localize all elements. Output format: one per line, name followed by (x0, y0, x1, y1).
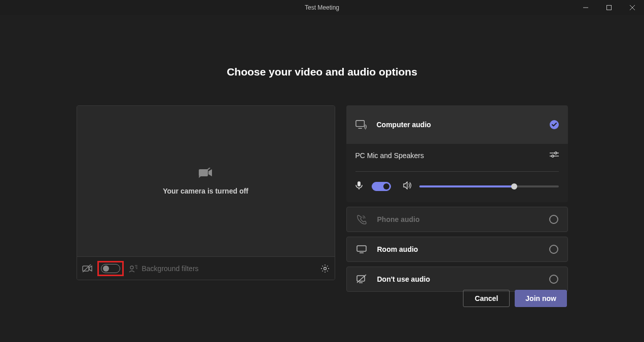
svg-point-15 (555, 152, 557, 154)
camera-off-text: Your camera is turned off (163, 187, 248, 195)
page-heading: Choose your video and audio options (0, 66, 644, 78)
room-audio-icon (356, 245, 367, 254)
svg-rect-1 (607, 6, 612, 10)
camera-toggle[interactable] (101, 264, 120, 273)
background-filters-button[interactable]: Background filters (129, 264, 199, 273)
speaker-icon (403, 181, 412, 192)
video-settings-button[interactable] (320, 264, 330, 273)
window-title: Test Meeting (305, 4, 339, 11)
video-preview: Your camera is turned off (77, 106, 335, 256)
audio-detail-panel: PC Mic and Speakers (346, 144, 568, 202)
radio-unselected (549, 215, 558, 224)
audio-option-room[interactable]: Room audio (346, 237, 568, 262)
video-footer: Background filters (77, 256, 335, 280)
title-bar: Test Meeting (0, 0, 644, 15)
audio-detail-divider (355, 171, 559, 172)
volume-slider[interactable] (419, 185, 559, 187)
join-now-button[interactable]: Join now (515, 290, 567, 307)
mic-group (355, 181, 391, 192)
audio-option-computer[interactable]: Computer audio (346, 105, 568, 144)
maximize-button[interactable] (597, 0, 621, 15)
audio-panel: Computer audio PC Mic and Speakers (346, 105, 568, 292)
svg-point-11 (324, 267, 326, 270)
audio-computer-group: Computer audio PC Mic and Speakers (346, 105, 568, 202)
audio-device-row: PC Mic and Speakers (355, 151, 559, 160)
phone-audio-icon (356, 214, 367, 224)
background-filters-icon (129, 264, 138, 273)
video-panel: Your camera is turned off (77, 105, 335, 280)
audio-option-none[interactable]: Don't use audio (346, 267, 568, 292)
cancel-button-label: Cancel (475, 294, 498, 302)
svg-rect-20 (357, 246, 366, 251)
camera-toggle-highlight (97, 261, 124, 276)
volume-group (403, 181, 559, 192)
svg-point-17 (552, 155, 554, 157)
camera-disabled-icon (82, 264, 92, 273)
audio-option-phone-label: Phone audio (377, 215, 420, 223)
camera-off-icon (199, 168, 213, 180)
action-buttons: Cancel Join now (463, 290, 567, 307)
sliders-icon (550, 151, 559, 158)
audio-device-label: PC Mic and Speakers (355, 151, 424, 160)
svg-rect-12 (355, 121, 364, 127)
audio-option-none-label: Don't use audio (377, 275, 430, 283)
window-controls (574, 0, 644, 15)
selected-check-icon (550, 120, 559, 129)
microphone-icon (355, 181, 363, 192)
svg-point-7 (130, 266, 133, 269)
svg-rect-22 (357, 276, 365, 281)
close-button[interactable] (621, 0, 644, 15)
audio-option-computer-label: Computer audio (377, 121, 431, 129)
radio-unselected (549, 245, 558, 254)
mic-toggle[interactable] (372, 182, 391, 191)
computer-audio-icon (355, 120, 367, 130)
audio-option-room-label: Room audio (377, 245, 418, 253)
radio-unselected (549, 275, 558, 284)
join-now-button-label: Join now (525, 294, 556, 302)
cancel-button[interactable]: Cancel (463, 290, 510, 307)
no-audio-icon (356, 275, 367, 284)
background-filters-label: Background filters (142, 264, 199, 273)
audio-controls-row (355, 181, 559, 192)
minimize-button[interactable] (574, 0, 597, 15)
main-content: Your camera is turned off (0, 105, 644, 292)
audio-device-settings-button[interactable] (550, 151, 559, 160)
svg-rect-18 (357, 181, 361, 186)
gear-icon (320, 264, 330, 273)
audio-option-phone[interactable]: Phone audio (346, 207, 568, 232)
